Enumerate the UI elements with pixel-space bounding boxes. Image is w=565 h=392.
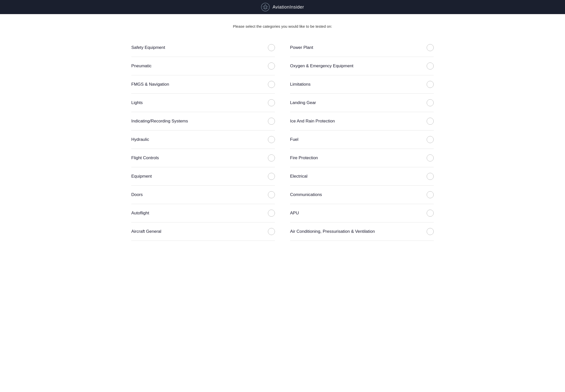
radio-autoflight[interactable] [268,210,275,217]
category-label-autoflight: Autoflight [131,211,149,216]
category-label-air-conditioning: Air Conditioning, Pressurisation & Venti… [290,229,375,234]
category-item-aircraft-general[interactable]: Aircraft General [131,222,275,241]
radio-air-conditioning[interactable] [427,228,434,235]
radio-indicating-recording[interactable] [268,118,275,125]
category-item-limitations[interactable]: Limitations [290,75,434,94]
category-item-hydraulic[interactable]: Hydraulic [131,130,275,149]
radio-limitations[interactable] [427,81,434,88]
category-label-doors: Doors [131,192,143,197]
category-item-lights[interactable]: Lights [131,94,275,112]
category-item-fire-protection[interactable]: Fire Protection [290,149,434,167]
radio-lights[interactable] [268,99,275,106]
category-label-fire-protection: Fire Protection [290,155,318,160]
radio-communications[interactable] [427,191,434,198]
radio-doors[interactable] [268,191,275,198]
radio-power-plant[interactable] [427,44,434,51]
radio-landing-gear[interactable] [427,99,434,106]
category-item-equipment[interactable]: Equipment [131,167,275,186]
logo-icon [261,3,270,12]
radio-safety-equipment[interactable] [268,44,275,51]
category-item-indicating-recording[interactable]: Indicating/Recording Systems [131,112,275,130]
category-item-fmgs-navigation[interactable]: FMGS & Navigation [131,75,275,94]
radio-pneumatic[interactable] [268,62,275,70]
category-label-fuel: Fuel [290,137,298,142]
right-column: Power PlantOxygen & Emergency EquipmentL… [290,39,434,241]
radio-ice-rain-protection[interactable] [427,118,434,125]
category-label-power-plant: Power Plant [290,45,313,50]
category-item-ice-rain-protection[interactable]: Ice And Rain Protection [290,112,434,130]
category-item-flight-controls[interactable]: Flight Controls [131,149,275,167]
logo-text: AviationInsider [272,5,304,10]
radio-aircraft-general[interactable] [268,228,275,235]
radio-fmgs-navigation[interactable] [268,81,275,88]
category-item-doors[interactable]: Doors [131,186,275,204]
radio-electrical[interactable] [427,173,434,180]
category-label-hydraulic: Hydraulic [131,137,149,142]
category-label-aircraft-general: Aircraft General [131,229,161,234]
category-item-air-conditioning[interactable]: Air Conditioning, Pressurisation & Venti… [290,222,434,241]
category-label-communications: Communications [290,192,322,197]
category-label-fmgs-navigation: FMGS & Navigation [131,82,169,87]
logo-container: AviationInsider [261,3,304,12]
category-label-flight-controls: Flight Controls [131,155,159,160]
app-header: AviationInsider [0,0,565,14]
category-item-electrical[interactable]: Electrical [290,167,434,186]
categories-grid: Safety EquipmentPneumaticFMGS & Navigati… [131,39,434,241]
category-label-indicating-recording: Indicating/Recording Systems [131,119,188,124]
category-label-oxygen-emergency: Oxygen & Emergency Equipment [290,63,353,69]
category-item-apu[interactable]: APU [290,204,434,222]
radio-fuel[interactable] [427,136,434,143]
radio-apu[interactable] [427,210,434,217]
category-item-oxygen-emergency[interactable]: Oxygen & Emergency Equipment [290,57,434,75]
radio-fire-protection[interactable] [427,154,434,161]
category-label-electrical: Electrical [290,174,307,179]
category-label-ice-rain-protection: Ice And Rain Protection [290,119,335,124]
category-label-apu: APU [290,211,299,216]
category-label-lights: Lights [131,100,143,105]
category-item-safety-equipment[interactable]: Safety Equipment [131,39,275,57]
main-content: Please select the categories you would l… [116,14,449,251]
radio-equipment[interactable] [268,173,275,180]
radio-hydraulic[interactable] [268,136,275,143]
category-label-limitations: Limitations [290,82,310,87]
category-label-landing-gear: Landing Gear [290,100,316,105]
category-item-communications[interactable]: Communications [290,186,434,204]
category-label-safety-equipment: Safety Equipment [131,45,165,50]
category-item-power-plant[interactable]: Power Plant [290,39,434,57]
category-item-landing-gear[interactable]: Landing Gear [290,94,434,112]
category-label-pneumatic: Pneumatic [131,63,151,69]
category-item-pneumatic[interactable]: Pneumatic [131,57,275,75]
page-instruction: Please select the categories you would l… [131,24,434,28]
left-column: Safety EquipmentPneumaticFMGS & Navigati… [131,39,275,241]
radio-flight-controls[interactable] [268,154,275,161]
category-item-autoflight[interactable]: Autoflight [131,204,275,222]
radio-oxygen-emergency[interactable] [427,62,434,70]
category-label-equipment: Equipment [131,174,152,179]
category-item-fuel[interactable]: Fuel [290,130,434,149]
